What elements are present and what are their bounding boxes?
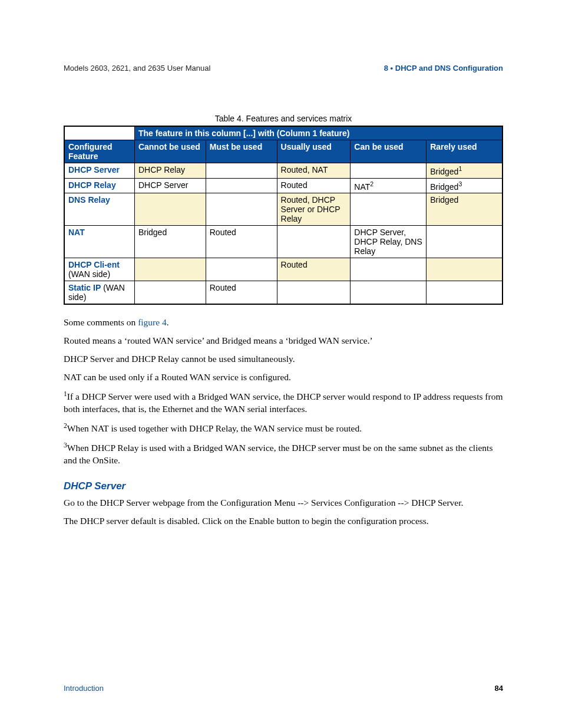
table-cell [351,163,427,179]
col-header-configured: Configured Feature [64,140,134,163]
table-row: DNS RelayRouted, DHCP Server or DHCP Rel… [64,193,503,226]
table-cell [351,258,427,281]
comment-p2: DHCP Server and DHCP Relay cannot be use… [64,353,503,365]
table-cell [427,281,503,305]
table-caption: Table 4. Features and services matrix [64,114,503,123]
col-header-can: Can be used [351,140,427,163]
figure-4-link[interactable]: figure 4 [138,317,167,327]
table-row: DHCP RelayDHCP ServerRoutedNAT2Bridged3 [64,178,503,193]
table-cell [206,258,277,281]
col-header-cannot: Cannot be used [134,140,206,163]
table-cell: Routed, DHCP Server or DHCP Relay [277,193,351,226]
table-cell [351,281,427,305]
table-cell [427,258,503,281]
header-left: Models 2603, 2621, and 2635 User Manual [64,64,210,73]
section-p2: The DHCP server default is disabled. Cli… [64,515,503,528]
row-label: DHCP Relay [64,178,134,193]
footnote-2: 2When NAT is used together with DHCP Rel… [64,421,503,435]
comment-p3: NAT can be used only if a Routed WAN ser… [64,371,503,384]
table-cell: DHCP Relay [134,163,206,179]
table-row: Static IP (WAN side)Routed [64,281,503,305]
col-header-usually: Usually used [277,140,351,163]
table-span-header: The feature in this column [...] with (C… [134,126,503,140]
table-cell [134,193,206,226]
table-cell: NAT2 [351,178,427,193]
table-cell [277,226,351,258]
col-header-must: Must be used [206,140,277,163]
table-cell [351,193,427,226]
table-cell [134,258,206,281]
section-heading-dhcp-server: DHCP Server [64,480,503,493]
row-label: Static IP (WAN side) [64,281,134,305]
footer-section: Introduction [64,684,104,693]
table-cell: DHCP Server, DHCP Relay, DNS Relay [351,226,427,258]
table-cell: DHCP Server [134,178,206,193]
table-cell [134,281,206,305]
table-cell [206,193,277,226]
table-cell: Bridged3 [427,178,503,193]
table-cell: Routed [206,281,277,305]
table-cell: Routed [277,258,351,281]
table-cell: Bridged1 [427,163,503,179]
table-cell: Routed [277,178,351,193]
row-label: DHCP Cli-ent (WAN side) [64,258,134,281]
col-header-rarely: Rarely used [427,140,503,163]
table-cell: Routed, NAT [277,163,351,179]
table-row: DHCP ServerDHCP RelayRouted, NATBridged1 [64,163,503,179]
features-matrix-table: The feature in this column [...] with (C… [64,126,503,305]
section-p1: Go to the DHCP Server webpage from the C… [64,497,503,509]
row-label: DNS Relay [64,193,134,226]
table-cell [206,163,277,179]
header-right: 8 • DHCP and DNS Configuration [384,64,503,73]
footnote-1: 1If a DHCP Server were used with a Bridg… [64,390,503,416]
table-cell: Bridged [427,193,503,226]
table-cell [427,226,503,258]
row-label: NAT [64,226,134,258]
table-cell: Bridged [134,226,206,258]
table-cell [277,281,351,305]
footer-page-number: 84 [495,684,503,693]
footnote-3: 3When DHCP Relay is used with a Bridged … [64,441,503,467]
table-cell [206,178,277,193]
table-row: NATBridgedRoutedDHCP Server, DHCP Relay,… [64,226,503,258]
table-cell: Routed [206,226,277,258]
comments-intro: Some comments on figure 4. [64,317,503,329]
comment-p1: Routed means a ‘routed WAN service’ and … [64,335,503,347]
table-row: DHCP Cli-ent (WAN side)Routed [64,258,503,281]
row-label: DHCP Server [64,163,134,179]
